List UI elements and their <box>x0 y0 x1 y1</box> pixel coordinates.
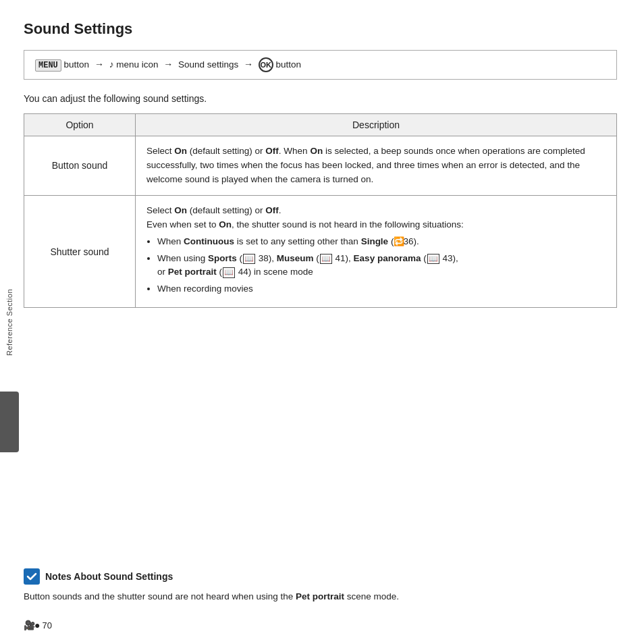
continuous-bold: Continuous <box>184 236 234 246</box>
table-row: Button sound Select On (default setting)… <box>24 136 617 196</box>
easypan-bold: Easy panorama <box>354 253 421 263</box>
off-bold-2: Off <box>265 205 279 215</box>
notes-section: Notes About Sound Settings Button sounds… <box>24 568 630 603</box>
nav-arrow1: → <box>95 59 104 70</box>
on-bold-1: On <box>174 146 187 156</box>
nav-text1: button <box>64 59 92 70</box>
nav-menu-icon: ♪ <box>109 59 117 70</box>
page-footer: 🎥● 70 <box>24 620 52 630</box>
table-row: Shutter sound Select On (default setting… <box>24 195 617 308</box>
nav-text2: menu icon <box>116 59 161 70</box>
checkmark-icon <box>26 571 37 582</box>
on-bold-3: On <box>174 205 187 215</box>
off-bold-1: Off <box>265 146 279 156</box>
notes-bold-word: Pet portrait <box>296 591 344 601</box>
on-bold-2: On <box>310 146 323 156</box>
main-content: Sound Settings MENU button → ♪ menu icon… <box>24 20 630 644</box>
camera-icon: 🎥● <box>24 620 39 630</box>
notes-text-before: Button sounds and the shutter sound are … <box>24 591 296 601</box>
option-button-sound: Button sound <box>24 136 136 196</box>
settings-table: Option Description Button sound Select O… <box>24 113 617 308</box>
menu-keyword: MENU <box>35 59 61 72</box>
side-tab-label: Reference Section <box>5 289 14 356</box>
book-icon-44: 📖 <box>223 267 235 277</box>
petportrait-bold-1: Pet portrait <box>168 267 217 277</box>
desc-button-sound: Select On (default setting) or Off. When… <box>136 136 617 196</box>
option-shutter-sound: Shutter sound <box>24 195 136 308</box>
nav-text4: button <box>276 59 302 70</box>
col-header-option: Option <box>24 114 136 136</box>
book-icon-43: 📖 <box>427 254 439 264</box>
shutter-bullets: When Continuous is set to any setting ot… <box>157 235 606 297</box>
page-number: 70 <box>42 620 51 630</box>
nav-arrow3: → <box>244 59 253 70</box>
museum-bold: Museum <box>277 253 314 263</box>
side-tab: Reference Section <box>0 0 19 644</box>
side-tab-bar <box>0 392 19 452</box>
on-bold-4: On <box>219 219 232 230</box>
nav-ok-button: OK <box>259 57 273 72</box>
notes-text: Button sounds and the shutter sound are … <box>24 590 630 603</box>
list-item: When using Sports (📖 38), Museum (📖 41),… <box>157 252 606 280</box>
nav-text3: Sound settings <box>178 59 241 70</box>
desc-shutter-sound: Select On (default setting) or Off. Even… <box>136 195 617 308</box>
list-item: When recording movies <box>157 282 606 296</box>
book-icon-38: 📖 <box>243 254 255 264</box>
book-icon-41: 📖 <box>320 254 332 264</box>
notes-header: Notes About Sound Settings <box>24 568 630 585</box>
page-title: Sound Settings <box>24 20 617 38</box>
list-item: When Continuous is set to any setting ot… <box>157 235 606 249</box>
page-container: Reference Section Sound Settings MENU bu… <box>0 0 644 644</box>
intro-text: You can adjust the following sound setti… <box>24 93 617 104</box>
notes-text-after: scene mode. <box>344 591 399 601</box>
notes-title: Notes About Sound Settings <box>45 571 173 582</box>
col-header-description: Description <box>136 114 617 136</box>
single-bold: Single <box>361 236 389 246</box>
nav-arrow2: → <box>163 59 173 70</box>
sports-bold: Sports <box>208 253 237 263</box>
nav-box: MENU button → ♪ menu icon → Sound settin… <box>24 50 617 80</box>
notes-icon <box>24 568 40 585</box>
